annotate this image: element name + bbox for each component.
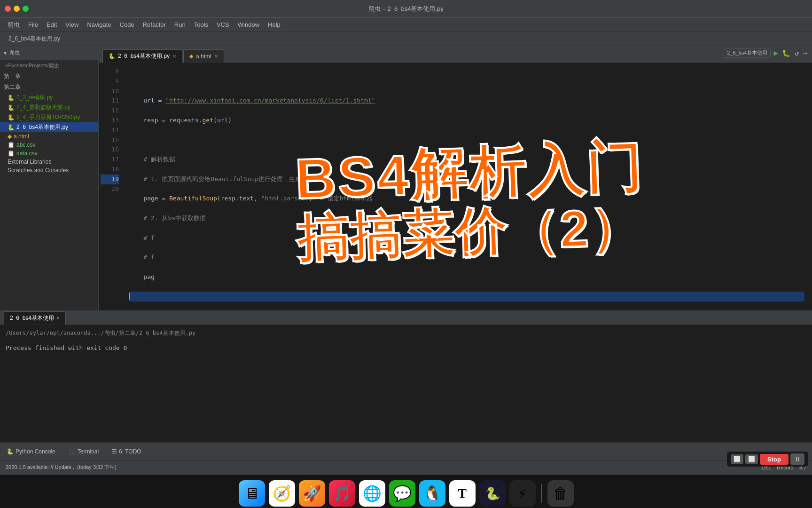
py-icon-1: 🐍 xyxy=(8,95,15,101)
sidebar-scratches[interactable]: Scratches and Consoles xyxy=(0,166,98,175)
pause-button[interactable]: ⏸ xyxy=(790,453,804,465)
update-status: 2020.1.5 available: // Update... (today … xyxy=(6,464,117,471)
project-tab[interactable]: 2_6_bs4基本使用.py xyxy=(4,33,65,45)
more-icon[interactable]: ⋯ xyxy=(803,48,808,58)
csv-icon-1: 📋 xyxy=(8,142,15,148)
thunder-icon: ⚡ xyxy=(518,484,527,502)
camera-icon[interactable]: ⬜ xyxy=(745,454,758,464)
sidebar-title: ▾ xyxy=(4,50,7,56)
window-title: 爬虫 – 2_6_bs4基本使用.py xyxy=(368,5,444,13)
run-output-text: Process finished with exit code 0 xyxy=(6,343,806,353)
project-tabbar: 2_6_bs4基本使用.py xyxy=(0,32,812,46)
html-tab-icon: ◆ xyxy=(189,53,193,59)
code-line-8 xyxy=(129,77,804,87)
sidebar-section-2[interactable]: 第二章 xyxy=(0,82,98,93)
code-editor[interactable]: url = "http://www.xinfadi.com.cn/marketa… xyxy=(121,63,812,310)
menu-navigate[interactable]: Navigate xyxy=(83,19,115,30)
screen-record-icon[interactable]: ⬜ xyxy=(731,454,743,464)
maximize-button[interactable] xyxy=(23,6,29,12)
code-line-19 xyxy=(129,292,804,302)
window-controls xyxy=(5,6,29,12)
code-line-9: url = "http://www.xinfadi.com.cn/marketa… xyxy=(129,96,804,106)
editor-tab-py[interactable]: 🐍 2_6_bs4基本使用.py ✕ xyxy=(102,49,182,63)
code-line-10: resp = requests.get(url) xyxy=(129,116,804,126)
todo-tab[interactable]: ☰ 6: TODO xyxy=(109,446,144,457)
finder-icon: 🖥 xyxy=(244,484,259,502)
html-tab-close[interactable]: ✕ xyxy=(214,54,218,59)
dock-pycharm[interactable]: 🐍 xyxy=(479,480,506,507)
dock-trash[interactable]: 🗑 xyxy=(547,480,574,507)
dock-separator xyxy=(541,484,542,503)
status-bar: 2020.1.5 available: // Update... (today … xyxy=(0,460,812,474)
qq-icon: 🐧 xyxy=(423,484,442,502)
main-layout: ▾ 爬虫 ~/PycharmProjects/爬虫 第一章 第二章 🐍 2_3_… xyxy=(0,46,812,310)
wechat-icon: 💬 xyxy=(393,484,412,502)
menu-edit[interactable]: Edit xyxy=(43,19,61,30)
recording-controls: ⬜ ⬜ Stop ⏸ xyxy=(727,452,808,467)
menu-file[interactable]: File xyxy=(24,19,42,30)
launchpad-icon: 🚀 xyxy=(303,484,321,502)
editor-area: 🐍 2_6_bs4基本使用.py ✕ ◆ a.html ✕ 2_6_bs4基本使… xyxy=(99,46,812,310)
menu-refactor[interactable]: Refactor xyxy=(139,19,170,30)
minimize-button[interactable] xyxy=(14,6,20,12)
dock-launchpad[interactable]: 🚀 xyxy=(299,480,325,507)
dock: 🖥 🧭 🚀 🎵 🌐 💬 🐧 T 🐍 ⚡ 🗑 xyxy=(0,474,812,508)
py-tab-label: 2_6_bs4基本使用.py xyxy=(118,52,170,60)
dock-typora[interactable]: T xyxy=(449,480,476,507)
editor-tab-html[interactable]: ◆ a.html ✕ xyxy=(183,49,224,63)
menu-window[interactable]: Window xyxy=(234,19,263,30)
dock-finder[interactable]: 🖥 xyxy=(239,480,265,507)
python-console-tab[interactable]: 🐍 Python Console xyxy=(4,446,58,457)
run-tab-label: 2_6_bs4基本使用 xyxy=(10,314,54,322)
stop-button[interactable]: Stop xyxy=(760,454,789,465)
sidebar-project-name: 爬虫 xyxy=(9,49,20,56)
terminal-tab[interactable]: ⬛ Terminal xyxy=(66,446,102,457)
sidebar-file-active[interactable]: 🐍 2_6_bs4基本使用.py xyxy=(0,122,98,132)
html-tab-label: a.html xyxy=(196,53,211,60)
menu-code[interactable]: Code xyxy=(116,19,138,30)
dock-chrome[interactable]: 🌐 xyxy=(359,480,385,507)
todo-icon: ☰ xyxy=(112,448,117,455)
pycharm-icon: 🐍 xyxy=(485,486,500,500)
editor-tabbar: 🐍 2_6_bs4基本使用.py ✕ ◆ a.html ✕ 2_6_bs4基本使… xyxy=(99,46,812,63)
run-tab-active[interactable]: 2_6_bs4基本使用 ✕ xyxy=(4,311,66,325)
py-tab-icon: 🐍 xyxy=(109,53,115,59)
code-line-13: # 1. 把页面源代码交给BeautifulSoup进行处理，生成bs对象 xyxy=(129,175,804,184)
code-line-18: pag xyxy=(129,272,804,282)
python-console-icon: 🐍 xyxy=(7,448,14,455)
dock-safari[interactable]: 🧭 xyxy=(269,480,295,507)
run-tab-close[interactable]: ✕ xyxy=(56,316,60,321)
menu-tools[interactable]: Tools xyxy=(190,19,212,30)
menu-app[interactable]: 爬虫 xyxy=(4,19,23,31)
run-output: /Users/sylar/opt/anaconda.../爬虫/第二章/2_6_… xyxy=(0,325,812,442)
dock-qq[interactable]: 🐧 xyxy=(419,480,445,507)
sidebar-file-csv2[interactable]: 📋 data.csv xyxy=(0,149,98,158)
dock-wechat[interactable]: 💬 xyxy=(389,480,415,507)
sidebar-file-2[interactable]: 🐍 2_4_层剥盗版天堂.py xyxy=(0,103,98,112)
run-tab-bar: 2_6_bs4基本使用 ✕ xyxy=(0,311,812,325)
run-config-select[interactable]: 2_6_bs4基本使用 xyxy=(724,48,771,58)
sidebar-section-1[interactable]: 第一章 xyxy=(0,71,98,82)
line-numbers: 8 9 10 11 12 13 14 15 16 17 18 19 20 xyxy=(99,63,121,310)
sidebar-file-1[interactable]: 🐍 2_3_re模块.py xyxy=(0,93,98,103)
dock-thunder[interactable]: ⚡ xyxy=(509,480,536,507)
rerun-icon[interactable]: ↺ xyxy=(794,48,799,58)
python-console-label: Python Console xyxy=(16,448,55,455)
run-button[interactable]: ▶ xyxy=(773,48,778,57)
sidebar-external-libraries[interactable]: External Libraries xyxy=(0,158,98,166)
menu-vcs[interactable]: VCS xyxy=(213,19,233,30)
close-button[interactable] xyxy=(5,6,11,12)
menu-run[interactable]: Run xyxy=(171,19,189,30)
sidebar-file-3[interactable]: 🐍 2_4_手刃豆瓣TOP250.py xyxy=(0,112,98,122)
py-tab-close[interactable]: ✕ xyxy=(172,54,176,59)
run-path: /Users/sylar/opt/anaconda.../爬虫/第二章/2_6_… xyxy=(6,329,806,338)
py-icon-active: 🐍 xyxy=(8,124,15,131)
sidebar-file-html[interactable]: ◆ a.html xyxy=(0,132,98,141)
menu-view[interactable]: View xyxy=(62,19,82,30)
sidebar-file-csv1[interactable]: 📋 abc.csv xyxy=(0,141,98,149)
todo-label: 6: TODO xyxy=(119,448,141,455)
sidebar: ▾ 爬虫 ~/PycharmProjects/爬虫 第一章 第二章 🐍 2_3_… xyxy=(0,46,99,310)
menu-help[interactable]: Help xyxy=(264,19,284,30)
dock-music[interactable]: 🎵 xyxy=(329,480,355,507)
debug-icon[interactable]: 🐛 xyxy=(781,48,791,58)
